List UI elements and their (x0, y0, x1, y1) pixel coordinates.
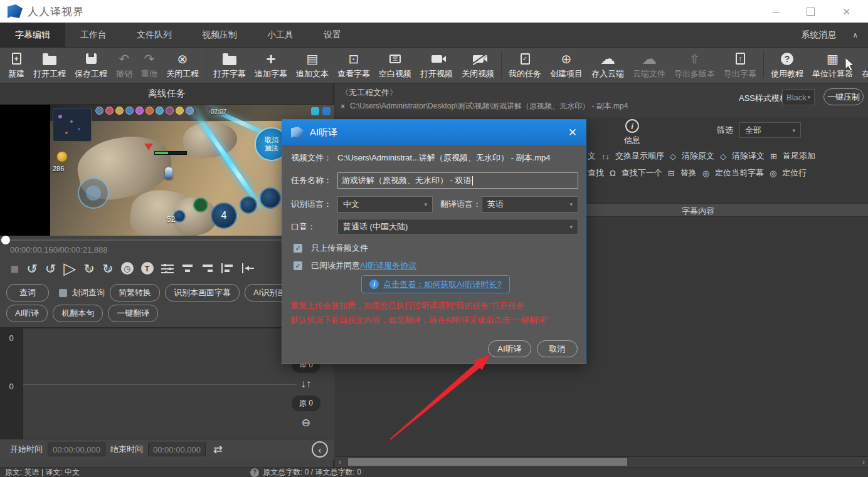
clear-translation-button[interactable]: 清除译文 (732, 150, 765, 162)
toolbar-blank-video[interactable]: 空空白视频 (374, 48, 416, 83)
clear-original-button[interactable]: 清除原文 (682, 150, 714, 162)
one-key-translate-button[interactable]: 一键翻译 (108, 305, 158, 322)
text-style-icon[interactable]: T (141, 262, 154, 275)
word-select-checkbox[interactable] (59, 289, 67, 297)
accent-select[interactable]: 普通话 (中国大陆)▾ (337, 219, 578, 235)
locate-current-button[interactable]: 定位当前字幕 (715, 167, 764, 179)
toolbar-save-project[interactable]: 保存工程 (70, 48, 112, 83)
translate-language-select[interactable]: 英语▾ (482, 196, 578, 212)
chevron-up-icon[interactable]: ∧ (852, 31, 858, 39)
forward-3s-icon[interactable]: ↻+3 (102, 262, 114, 275)
toolbar-separator (501, 52, 502, 78)
dialog-confirm-button[interactable]: AI听译 (488, 340, 531, 357)
scroll-right-icon[interactable]: › (862, 458, 865, 466)
game-hero-portraits (95, 107, 194, 115)
toolbar-unit-calculator[interactable]: ▦单位计算器 (808, 48, 857, 83)
close-circle-icon: ⊗ (177, 51, 188, 66)
lookup-word-button[interactable]: 查词 (6, 284, 49, 301)
toolbar-online-service[interactable]: 在线客服 (857, 48, 868, 83)
editor-side-controls: 译 0 ↓↑ 原 0 ⊖ (292, 357, 320, 429)
scroll-left-icon[interactable]: ‹ (339, 458, 341, 466)
ai-transcribe-button[interactable]: AI听译 (6, 305, 48, 322)
tab-file-queue[interactable]: 文件队列 (122, 23, 187, 47)
horizontal-scrollbar[interactable]: ‹ › (336, 456, 868, 467)
tab-subtitle-edit[interactable]: 字幕编辑 (0, 23, 65, 47)
align-bottom-icon[interactable] (201, 263, 214, 273)
play-icon[interactable]: ▷ (63, 260, 76, 276)
tab-settings[interactable]: 设置 (309, 23, 356, 47)
time-edit-bar: 开始时间 00:00:00,000 结束时间 00:00:00,000 ⇄ ‹ (0, 439, 334, 459)
swap-rows-icon[interactable]: ↓↑ (300, 378, 311, 391)
chevron-down-icon: ▾ (807, 94, 810, 100)
locate-line-button[interactable]: 定位行 (782, 167, 807, 179)
align-left-icon[interactable] (221, 263, 234, 273)
toolbar-append-text[interactable]: ▤追加文本 (292, 48, 333, 83)
toolbar-view-subtitle[interactable]: ⊡查看字幕 (333, 48, 374, 83)
start-time-input[interactable]: 00:00:00,000 (48, 443, 105, 456)
ass-template-select[interactable]: Black ▾ (782, 89, 815, 105)
close-button[interactable]: ✕ (842, 7, 850, 16)
system-message-link[interactable]: 系统消息 (801, 29, 836, 41)
filter-label: 筛选 (717, 125, 733, 136)
tab-workbench[interactable]: 工作台 (65, 23, 122, 47)
find-next-button[interactable]: 查找下一个 (622, 167, 662, 179)
machine-translate-sentence-button[interactable]: 机翻本句 (53, 305, 103, 322)
title-bar: 人人译视界 ─ ✕ (0, 0, 868, 23)
info-tool[interactable]: i 信息 (620, 119, 645, 146)
back-1s-icon[interactable]: ↺-1 (45, 262, 56, 275)
filter-select[interactable]: 全部 ▾ (739, 122, 801, 138)
calculator-icon: ▦ (827, 51, 839, 66)
folder-open-icon (223, 56, 236, 65)
toolbar-save-cloud[interactable]: ☁存入云端 (587, 48, 628, 83)
tab-video-compress[interactable]: 视频压制 (187, 23, 252, 47)
dialog-title-bar[interactable]: AI听译 ✕ (282, 120, 586, 145)
scrollbar-thumb[interactable] (348, 458, 627, 466)
agreement-checkbox[interactable]: ✓ (294, 261, 302, 270)
toolbar-open-video[interactable]: 打开视频 (416, 48, 457, 83)
replace-button[interactable]: 替换 (680, 167, 697, 179)
dialog-close-icon[interactable]: ✕ (568, 126, 577, 139)
dialog-cancel-button[interactable]: 取消 (537, 340, 578, 357)
service-agreement-link[interactable]: AI听译服务协议 (360, 260, 416, 271)
toolbar-tutorial[interactable]: ?使用教程 (766, 48, 808, 83)
task-name-input[interactable]: 游戏讲解（原视频、无水印） - 双语 (337, 172, 578, 189)
find-button[interactable]: 查找 (588, 167, 604, 179)
back-3s-icon[interactable]: ↺-3 (26, 262, 38, 275)
ocr-frame-button[interactable]: 识别本画面字幕 (165, 284, 240, 301)
timeline-settings-icon[interactable] (161, 263, 174, 273)
toolbar-open-subtitle[interactable]: 打开字幕 (209, 48, 250, 83)
align-center-icon[interactable] (181, 263, 194, 273)
dialog-title: AI听译 (310, 127, 337, 139)
one-key-compress-button[interactable]: 一键压制 (823, 88, 864, 105)
toolbar-close-video[interactable]: 关闭视频 (457, 48, 499, 83)
collapse-panel-button[interactable]: ‹ (312, 441, 328, 458)
toolbar-my-tasks[interactable]: ✓我的任务 (504, 48, 546, 83)
maximize-button[interactable] (807, 8, 815, 16)
zoom-out-icon[interactable]: ⊖ (302, 416, 310, 429)
tab-tools[interactable]: 小工具 (252, 23, 309, 47)
end-time-input[interactable]: 00:00:00,000 (148, 443, 206, 456)
right-panel-header: 〈无工程文件〉 × C:\Users\Administrator\Desktop… (336, 83, 868, 118)
swap-time-icon[interactable]: ⇄ (213, 443, 223, 456)
toolbar-create-project[interactable]: ⊕创建项目 (546, 48, 587, 83)
add-head-tail-button[interactable]: 首尾添加 (783, 150, 815, 162)
shift-left-icon[interactable] (241, 263, 255, 273)
forward-1s-icon[interactable]: ↻+1 (83, 262, 95, 275)
toolbar-append-subtitle[interactable]: +追加字幕 (250, 48, 292, 83)
seek-handle[interactable] (1, 236, 10, 244)
find-next-icon: Ω (610, 169, 616, 178)
start-time-label: 开始时间 (10, 444, 43, 455)
swap-order-button[interactable]: 交换显示顺序 (615, 150, 664, 162)
clock-icon[interactable]: ◷ (121, 262, 134, 275)
toolbar-open-project[interactable]: 打开工程 (29, 48, 70, 83)
simplified-traditional-button[interactable]: 简繁转换 (110, 284, 160, 301)
toolbar-new[interactable]: +新建 (4, 48, 29, 83)
recognize-language-select[interactable]: 中文▾ (337, 196, 433, 212)
how-to-get-duration-button[interactable]: i 点击查看：如何获取AI听译时长? (361, 275, 510, 293)
remove-file-icon[interactable]: × (341, 102, 345, 111)
stop-icon[interactable]: ◼ (10, 263, 19, 274)
audio-only-checkbox[interactable]: ✓ (294, 244, 302, 253)
toolbar-close-project[interactable]: ⊗关闭工程 (162, 48, 203, 83)
help-icon[interactable]: ? (250, 468, 259, 477)
minimize-button[interactable]: ─ (773, 7, 780, 16)
